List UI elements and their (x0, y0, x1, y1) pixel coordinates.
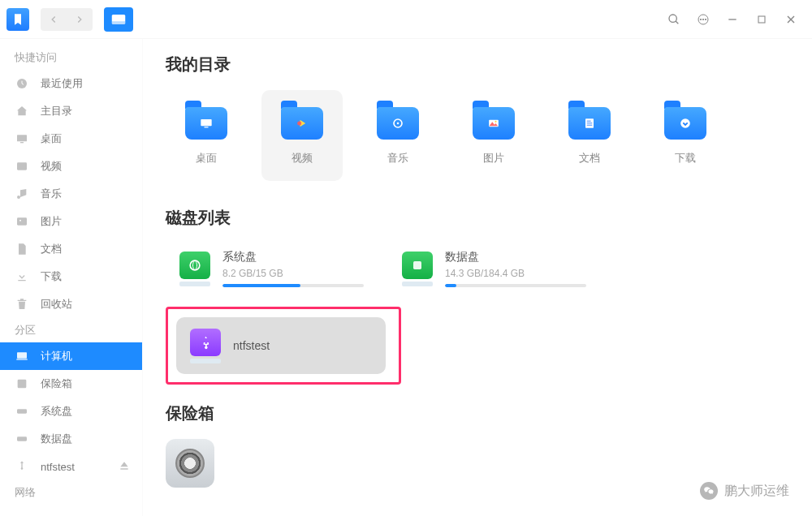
vault-item[interactable] (166, 439, 214, 488)
disk-card-data[interactable]: 数据盘14.3 GB/184.4 GB (388, 243, 598, 294)
sidebar-item-ntfstest[interactable]: ntfstest (0, 453, 142, 480)
sidebar-item-home[interactable]: 主目录 (0, 97, 142, 125)
disk-size: 14.3 GB/184.4 GB (445, 268, 586, 279)
folder-icon (568, 105, 611, 141)
more-icon[interactable] (689, 5, 718, 34)
sidebar-item-doc[interactable]: 文档 (0, 235, 142, 263)
trash-icon (15, 297, 29, 312)
svg-rect-16 (17, 217, 27, 225)
sidebar-item-image[interactable]: 图片 (0, 208, 142, 235)
section-vault: 保险箱 (166, 402, 789, 424)
close-button[interactable] (776, 5, 806, 34)
sidebar-item-vault[interactable]: 保险箱 (0, 370, 142, 398)
svg-rect-24 (205, 127, 209, 127)
svg-point-7 (705, 19, 706, 19)
sidebar-item-trash[interactable]: 回收站 (0, 290, 142, 318)
svg-point-28 (397, 123, 400, 125)
svg-point-36 (680, 118, 690, 128)
folder-icon (185, 105, 227, 141)
dir-card-play[interactable]: 视频 (261, 90, 343, 181)
disk-icon (15, 404, 29, 419)
disk-card-usb[interactable]: ntfstest (176, 317, 386, 374)
svg-rect-22 (17, 436, 27, 441)
sidebar-item-label: 主目录 (41, 104, 72, 118)
active-tab-icon[interactable] (104, 7, 133, 32)
maximize-button[interactable] (747, 5, 776, 34)
disk-progress (445, 284, 586, 287)
doc-icon (15, 242, 29, 256)
computer-icon (15, 349, 29, 363)
svg-point-17 (19, 220, 21, 221)
sidebar-item-music[interactable]: 音乐 (0, 180, 142, 208)
video-icon (15, 159, 29, 174)
svg-rect-21 (17, 409, 27, 413)
sidebar-item-datadisk[interactable]: 数据盘 (0, 425, 142, 453)
sidebar-item-label: 回收站 (41, 297, 72, 312)
wechat-icon (700, 482, 718, 500)
disk-name: 系统盘 (222, 250, 364, 264)
svg-line-3 (676, 21, 678, 24)
folder-icon (377, 105, 419, 141)
svg-point-2 (669, 15, 676, 22)
main-panel: 我的目录 桌面视频音乐图片文档下载 磁盘列表 系统盘8.2 GB/15 GB数据… (143, 39, 812, 516)
eject-icon[interactable] (118, 459, 131, 475)
svg-rect-35 (587, 125, 593, 126)
search-icon[interactable] (659, 5, 689, 34)
nav-group (41, 8, 93, 31)
svg-point-6 (702, 19, 703, 19)
sidebar-item-download[interactable]: 下载 (0, 263, 142, 290)
svg-point-31 (495, 121, 496, 123)
sidebar-item-recent[interactable]: 最近使用 (0, 70, 142, 97)
svg-rect-14 (20, 142, 24, 143)
disk-icon (402, 252, 433, 279)
nav-back-button[interactable] (41, 8, 67, 31)
disk-icon (179, 252, 210, 279)
sidebar-item-computer[interactable]: 计算机 (0, 342, 142, 370)
sidebar-section-partition: 分区 (0, 318, 142, 342)
disk-name: 数据盘 (445, 250, 586, 264)
sidebar-item-desktop[interactable]: 桌面 (0, 125, 142, 153)
dir-card-doc[interactable]: 文档 (549, 90, 630, 181)
svg-point-37 (190, 260, 200, 270)
sidebar-item-label: 文档 (41, 242, 62, 256)
usb-highlight-box: ntfstest (166, 307, 401, 385)
minimize-button[interactable] (718, 5, 747, 34)
disk-card-system[interactable]: 系统盘8.2 GB/15 GB (166, 243, 375, 294)
desktop-icon (15, 131, 29, 146)
disk-name: ntfstest (233, 339, 374, 352)
sidebar-item-label: 保险箱 (41, 376, 72, 391)
sidebar-item-label: 最近使用 (41, 76, 83, 91)
sidebar-item-label: ntfstest (41, 461, 75, 473)
sidebar-item-label: 系统盘 (41, 404, 72, 419)
dir-grid: 桌面视频音乐图片文档下载 (166, 90, 789, 181)
svg-rect-23 (201, 119, 211, 126)
svg-rect-20 (18, 380, 27, 389)
sidebar-item-video[interactable]: 视频 (0, 153, 142, 180)
svg-rect-15 (17, 162, 27, 170)
sidebar-item-label: 数据盘 (41, 432, 72, 446)
image-icon (15, 214, 29, 229)
section-mydir: 我的目录 (166, 54, 789, 75)
dir-card-music[interactable]: 音乐 (357, 90, 438, 181)
dir-label: 桌面 (196, 151, 217, 166)
vault-icon (15, 376, 29, 391)
dir-card-image[interactable]: 图片 (453, 90, 534, 181)
dir-card-download[interactable]: 下载 (645, 90, 726, 181)
titlebar (0, 0, 812, 39)
sidebar-item-systemdisk[interactable]: 系统盘 (0, 398, 142, 425)
svg-point-5 (700, 19, 701, 19)
usb-disk-icon (190, 329, 221, 356)
sidebar: 快捷访问 最近使用 主目录 桌面 视频 音乐 图片 文档 (0, 39, 143, 516)
usb-icon (15, 459, 29, 474)
vault-dial-icon (175, 449, 205, 478)
dir-card-desktop[interactable]: 桌面 (166, 90, 247, 181)
dir-label: 视频 (292, 151, 313, 166)
nav-forward-button[interactable] (67, 8, 93, 31)
app-icon (6, 8, 29, 31)
sidebar-item-label: 桌面 (41, 131, 62, 146)
download-icon (15, 269, 29, 284)
svg-rect-38 (413, 261, 421, 269)
folder-icon (281, 105, 323, 141)
home-icon (15, 104, 29, 118)
svg-rect-9 (758, 16, 765, 23)
